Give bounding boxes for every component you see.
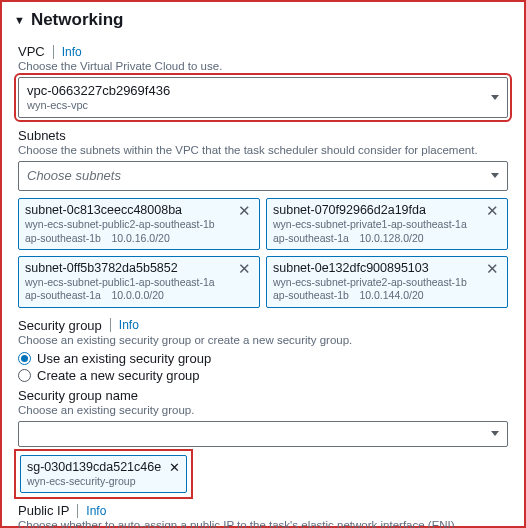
section-header[interactable]: ▼ Networking [2, 2, 524, 34]
networking-panel: ▼ Networking VPC Info Choose the Virtual… [0, 0, 526, 528]
subnets-placeholder: Choose subnets [27, 168, 121, 183]
sg-radio-existing-label: Use an existing security group [37, 351, 211, 366]
subnets-select[interactable]: Choose subnets [18, 161, 508, 191]
radio-unchecked-icon [18, 369, 31, 382]
subnet-id: subnet-0e132dfc900895103 [273, 261, 467, 277]
subnets-label: Subnets [18, 128, 66, 143]
vpc-hint: Choose the Virtual Private Cloud to use. [18, 60, 508, 72]
subnet-chip: subnet-0ff5b3782da5b5852wyn-ecs-subnet-p… [18, 256, 260, 308]
subnet-chips: subnet-0c813ceecc48008bawyn-ecs-subnet-p… [18, 198, 508, 308]
section-content: VPC Info Choose the Virtual Private Clou… [2, 34, 524, 528]
subnet-desc: wyn-ecs-subnet-private1-ap-southeast-1a [273, 218, 467, 231]
sg-chip: sg-030d139cda521c46e wyn-ecs-security-gr… [20, 455, 187, 494]
subnets-field: Subnets Choose the subnets within the VP… [18, 128, 508, 308]
subnet-id: subnet-070f92966d2a19fda [273, 203, 467, 219]
caret-down-icon: ▼ [14, 14, 25, 26]
sg-label: Security group [18, 318, 102, 333]
subnet-az-cidr: ap-southeast-1b 10.0.16.0/20 [25, 232, 215, 245]
vpc-info-link[interactable]: Info [62, 45, 82, 59]
vpc-value: vpc-0663227cb2969f436 [27, 83, 170, 99]
subnet-id: subnet-0c813ceecc48008ba [25, 203, 215, 219]
sg-name-select[interactable] [18, 421, 508, 447]
sg-radio-group: Use an existing security group Create a … [18, 350, 508, 384]
sg-chip-highlight: sg-030d139cda521c46e wyn-ecs-security-gr… [18, 453, 189, 496]
vpc-field: VPC Info Choose the Virtual Private Clou… [18, 44, 508, 118]
sg-radio-existing[interactable]: Use an existing security group [18, 350, 508, 367]
public-ip-field: Public IP Info Choose whether to auto-as… [18, 503, 508, 528]
radio-checked-icon [18, 352, 31, 365]
vpc-label: VPC [18, 44, 45, 59]
subnet-chip: subnet-0c813ceecc48008bawyn-ecs-subnet-p… [18, 198, 260, 250]
chevron-down-icon [491, 431, 499, 436]
public-ip-hint: Choose whether to auto-assign a public I… [18, 519, 508, 528]
sg-name-label: Security group name [18, 388, 138, 403]
vpc-sub: wyn-ecs-vpc [27, 99, 170, 112]
subnet-az-cidr: ap-southeast-1a 10.0.0.0/20 [25, 289, 215, 302]
divider [77, 504, 78, 518]
sg-radio-new[interactable]: Create a new security group [18, 367, 508, 384]
section-title: Networking [31, 10, 124, 30]
chevron-down-icon [491, 95, 499, 100]
subnet-chip: subnet-070f92966d2a19fdawyn-ecs-subnet-p… [266, 198, 508, 250]
subnet-desc: wyn-ecs-subnet-private2-ap-southeast-1b [273, 276, 467, 289]
subnet-az-cidr: ap-southeast-1b 10.0.144.0/20 [273, 289, 467, 302]
sg-chip-desc: wyn-ecs-security-group [27, 475, 161, 488]
public-ip-info-link[interactable]: Info [86, 504, 106, 518]
divider [110, 318, 111, 332]
subnet-id: subnet-0ff5b3782da5b5852 [25, 261, 215, 277]
sg-info-link[interactable]: Info [119, 318, 139, 332]
sg-chip-id: sg-030d139cda521c46e [27, 460, 161, 476]
sg-hint: Choose an existing security group or cre… [18, 334, 508, 346]
subnet-desc: wyn-ecs-subnet-public2-ap-southeast-1b [25, 218, 215, 231]
close-icon[interactable]: ✕ [484, 261, 501, 276]
subnet-desc: wyn-ecs-subnet-public1-ap-southeast-1a [25, 276, 215, 289]
vpc-select[interactable]: vpc-0663227cb2969f436 wyn-ecs-vpc [18, 77, 508, 118]
subnets-hint: Choose the subnets within the VPC that t… [18, 144, 508, 156]
close-icon[interactable]: ✕ [169, 460, 180, 475]
close-icon[interactable]: ✕ [484, 203, 501, 218]
subnet-az-cidr: ap-southeast-1a 10.0.128.0/20 [273, 232, 467, 245]
public-ip-label: Public IP [18, 503, 69, 518]
divider [53, 45, 54, 59]
sg-name-hint: Choose an existing security group. [18, 404, 508, 416]
close-icon[interactable]: ✕ [236, 203, 253, 218]
chevron-down-icon [491, 173, 499, 178]
close-icon[interactable]: ✕ [236, 261, 253, 276]
security-group-field: Security group Info Choose an existing s… [18, 318, 508, 496]
subnet-chip: subnet-0e132dfc900895103wyn-ecs-subnet-p… [266, 256, 508, 308]
sg-radio-new-label: Create a new security group [37, 368, 200, 383]
